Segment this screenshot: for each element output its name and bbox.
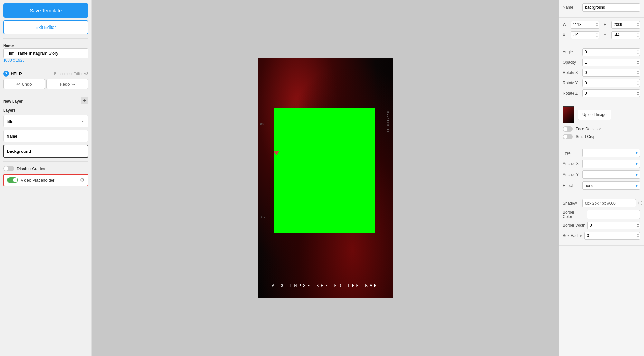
divider-4 xyxy=(3,161,88,162)
anchor-y-label: Anchor Y xyxy=(563,172,581,177)
x-spin-down[interactable]: ▼ xyxy=(596,35,598,38)
new-layer-label: New Layer xyxy=(3,99,23,104)
rz-up[interactable]: ▲ xyxy=(637,90,639,93)
rotate-y-input[interactable]: 0 ▲ ▼ xyxy=(582,79,640,87)
layer-title-menu[interactable]: ··· xyxy=(80,118,85,124)
rx-down[interactable]: ▼ xyxy=(637,73,639,76)
anchor-y-select[interactable] xyxy=(582,170,640,179)
help-label: HELP xyxy=(11,71,22,76)
opacity-value: 1 xyxy=(585,60,587,65)
smart-crop-toggle[interactable] xyxy=(563,134,573,139)
ry-up[interactable]: ▲ xyxy=(637,80,639,83)
disable-guides-toggle[interactable] xyxy=(3,166,14,171)
shadow-input[interactable] xyxy=(582,199,636,207)
angle-value: 0 xyxy=(585,50,587,54)
rx-up[interactable]: ▲ xyxy=(637,70,639,73)
h-value: 2009 xyxy=(614,23,622,27)
opacity-up[interactable]: ▲ xyxy=(637,59,639,62)
undo-icon: ↩ xyxy=(16,82,20,87)
layer-title[interactable]: title ··· xyxy=(3,115,88,127)
undo-button[interactable]: ↩ Undo xyxy=(3,79,45,89)
rotate-y-value: 0 xyxy=(585,81,587,85)
w-spin-up[interactable]: ▲ xyxy=(596,22,598,25)
angle-up[interactable]: ▲ xyxy=(637,49,639,52)
anchor-x-label: Anchor X xyxy=(563,161,581,166)
canvas-background: BANNERBEAR 08 3.25 A GLIMPSE BEHIND THE … xyxy=(258,58,393,298)
exit-editor-button[interactable]: Exit Editor xyxy=(3,20,88,34)
border-color-row: Border Color xyxy=(563,210,640,219)
box-radius-label: Box Radius xyxy=(563,233,582,238)
rotate-z-value: 0 xyxy=(585,91,587,96)
help-icon: ? xyxy=(3,71,9,77)
border-width-value: 0 xyxy=(590,223,592,228)
anchor-x-select-wrapper: ▼ xyxy=(582,160,640,168)
bw-up[interactable]: ▲ xyxy=(637,223,639,225)
layer-frame-menu[interactable]: ··· xyxy=(80,133,85,139)
smart-crop-row: Smart Crop xyxy=(563,134,640,139)
w-input[interactable]: 1118 ▲ ▼ xyxy=(571,21,599,29)
smart-crop-label: Smart Crop xyxy=(576,134,595,139)
face-detection-toggle[interactable] xyxy=(563,126,573,132)
face-detection-row: Face Detection xyxy=(563,126,640,132)
type-select[interactable] xyxy=(582,149,640,157)
help-badge[interactable]: ? HELP xyxy=(3,71,22,77)
layer-background[interactable]: background ··· xyxy=(3,145,88,158)
shadow-info-icon[interactable]: ⓘ xyxy=(638,200,642,206)
box-radius-input[interactable]: 0 ▲ ▼ xyxy=(584,232,640,240)
w-spin-down[interactable]: ▼ xyxy=(596,25,598,28)
film-side-text: BANNERBEAR xyxy=(386,111,389,133)
layer-title-name: title xyxy=(7,119,13,124)
name-label: Name xyxy=(3,44,88,48)
name-input[interactable] xyxy=(3,48,88,58)
right-name-input[interactable] xyxy=(582,3,640,12)
rotate-x-row: Rotate X 0 ▲ ▼ xyxy=(563,69,640,77)
rotate-z-input[interactable]: 0 ▲ ▼ xyxy=(582,89,640,97)
anchor-y-select-wrapper: ▼ xyxy=(582,170,640,179)
w-label: W xyxy=(563,23,569,27)
y-label: Y xyxy=(604,33,610,37)
x-label: X xyxy=(563,33,569,37)
y-spin-down[interactable]: ▼ xyxy=(637,35,639,38)
effect-select-wrapper: none ▼ xyxy=(582,181,640,190)
layer-frame[interactable]: frame ··· xyxy=(3,130,88,142)
angle-down[interactable]: ▼ xyxy=(637,52,639,55)
anchor-x-row: Anchor X ▼ xyxy=(563,160,640,168)
opacity-down[interactable]: ▼ xyxy=(637,62,639,65)
face-detection-label: Face Detection xyxy=(576,127,602,131)
name-prop-row: Name xyxy=(563,3,640,12)
rz-down[interactable]: ▼ xyxy=(637,93,639,96)
rotate-x-input[interactable]: 0 ▲ ▼ xyxy=(582,69,640,77)
border-color-input[interactable] xyxy=(587,210,640,219)
divider-3 xyxy=(3,93,88,93)
border-width-input[interactable]: 0 ▲ ▼ xyxy=(587,222,640,229)
upload-image-button[interactable]: Upload Image xyxy=(578,110,611,120)
br-up[interactable]: ▲ xyxy=(637,233,639,236)
opacity-input[interactable]: 1 ▲ ▼ xyxy=(582,59,640,66)
border-width-row: Border Width 0 ▲ ▼ xyxy=(563,222,640,229)
x-input[interactable]: -19 ▲ ▼ xyxy=(571,31,599,39)
opacity-row: Opacity 1 ▲ ▼ xyxy=(563,59,640,66)
video-placeholder-settings-icon[interactable]: ⚙ xyxy=(80,177,84,183)
bw-down[interactable]: ▼ xyxy=(637,225,639,228)
y-spin-up[interactable]: ▲ xyxy=(637,32,639,35)
redo-button[interactable]: Redo ↪ xyxy=(46,79,88,89)
effect-select[interactable]: none xyxy=(582,181,640,190)
br-down[interactable]: ▼ xyxy=(637,236,639,239)
x-spin-up[interactable]: ▲ xyxy=(596,32,598,35)
angle-input[interactable]: 0 ▲ ▼ xyxy=(582,48,640,56)
divider-1 xyxy=(3,38,88,39)
video-placeholder-toggle[interactable] xyxy=(7,177,18,183)
anchor-x-select[interactable] xyxy=(582,160,640,168)
layer-background-name: background xyxy=(7,149,31,154)
layer-background-menu[interactable]: ··· xyxy=(80,148,84,154)
h-spin-up[interactable]: ▲ xyxy=(637,22,639,25)
canvas-wrapper[interactable]: BANNERBEAR 08 3.25 A GLIMPSE BEHIND THE … xyxy=(258,58,393,298)
y-input[interactable]: -44 ▲ ▼ xyxy=(611,31,640,39)
add-layer-button[interactable]: + xyxy=(81,97,88,104)
h-spin-down[interactable]: ▼ xyxy=(637,25,639,28)
angle-label: Angle xyxy=(563,50,581,54)
h-input[interactable]: 2009 ▲ ▼ xyxy=(611,21,640,29)
ry-down[interactable]: ▼ xyxy=(637,83,639,86)
right-image-section: Upload Image Face Detection Smart Crop xyxy=(559,103,644,145)
save-template-button[interactable]: Save Template xyxy=(3,3,88,18)
